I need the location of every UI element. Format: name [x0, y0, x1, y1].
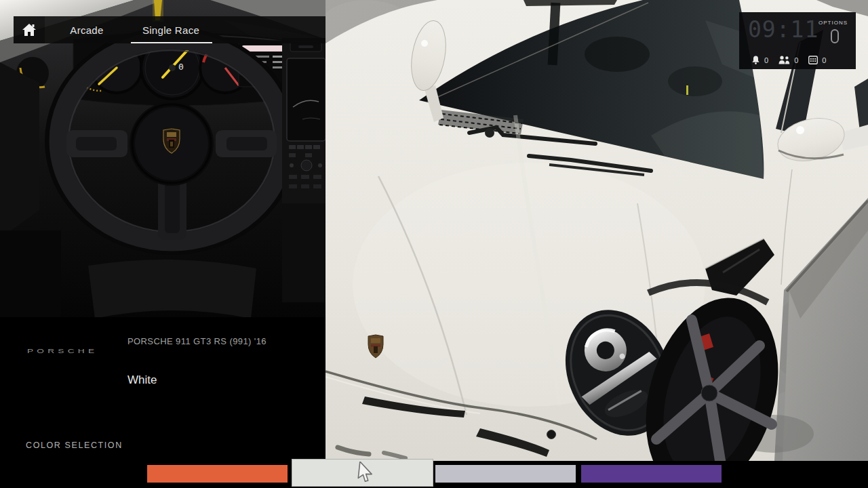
- options-label: OPTIONS: [818, 20, 848, 26]
- status-panel: 09:11 OPTIONS 0 0: [739, 12, 856, 69]
- community-count: 0: [794, 56, 798, 64]
- color-swatch-orange[interactable]: [147, 465, 288, 483]
- active-tab-underline: [131, 42, 212, 44]
- tab-single-race[interactable]: Single Race: [129, 16, 213, 43]
- community-counter[interactable]: 0: [778, 56, 798, 64]
- notifications-count: 0: [764, 56, 768, 64]
- bell-icon: [751, 56, 760, 64]
- speed-readout: 0: [178, 62, 184, 72]
- selected-color-name: White: [127, 373, 157, 387]
- calendar-icon: [808, 56, 818, 64]
- calendar-counter[interactable]: 0: [808, 56, 826, 64]
- color-swatch-purple[interactable]: [581, 465, 722, 483]
- options-button-icon[interactable]: [831, 29, 839, 43]
- brand-logo: PORSCHE: [27, 347, 98, 354]
- mouse-cursor: [357, 462, 375, 483]
- interior-preview: 0: [0, 0, 326, 488]
- exterior-preview: [326, 0, 868, 488]
- color-swatch-gray[interactable]: [435, 465, 576, 483]
- car-name: PORSCHE 911 GT3 RS (991) '16: [127, 336, 267, 346]
- calendar-count: 0: [822, 56, 826, 64]
- home-icon: [22, 23, 37, 37]
- swatch-strip-background: [0, 461, 868, 488]
- game-screen: 0: [0, 0, 868, 488]
- tab-arcade[interactable]: Arcade: [45, 16, 129, 43]
- interior-scene: 0: [0, 0, 326, 488]
- home-button[interactable]: [14, 16, 45, 43]
- clock: 09:11: [748, 16, 818, 43]
- tab-bar: Arcade Single Race: [45, 16, 326, 43]
- community-icon: [778, 56, 790, 64]
- status-counters: 0 0 0: [751, 56, 826, 64]
- color-selection-label: COLOR SELECTION: [26, 441, 123, 450]
- notifications-counter[interactable]: 0: [751, 56, 768, 64]
- exterior-scene: [326, 0, 868, 488]
